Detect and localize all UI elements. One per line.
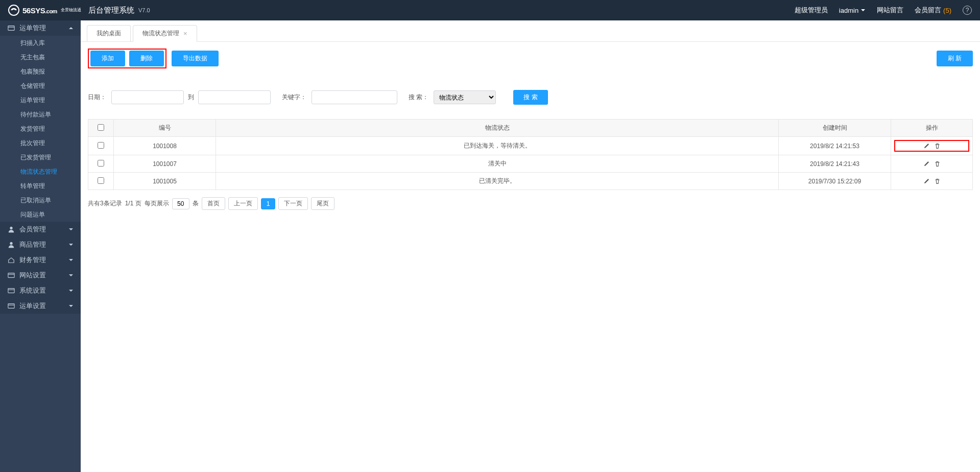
logo-text: 56SYS.com xyxy=(22,6,57,15)
table-row: 1001007清关中2019/8/2 14:21:43 xyxy=(88,155,973,173)
pager-page-1[interactable]: 1 xyxy=(261,198,276,209)
chevron-down-icon xyxy=(68,241,74,249)
table-wrap: 编号物流状态创建时间操作 1001008已到达海关，等待清关。2019/8/2 … xyxy=(88,119,973,190)
svg-point-2 xyxy=(10,227,12,229)
menu-icon xyxy=(7,226,15,233)
row-checkbox[interactable] xyxy=(98,177,104,184)
cell-id: 1001008 xyxy=(114,137,216,155)
keyword-input[interactable] xyxy=(312,90,397,104)
pager-next[interactable]: 下一页 xyxy=(278,197,308,210)
sidebar-item-3[interactable]: 仓储管理 xyxy=(0,79,81,93)
delete-icon[interactable] xyxy=(934,143,941,149)
sidebar-group-5[interactable]: 系统设置 xyxy=(0,283,81,298)
member-message-link[interactable]: 会员留言 (5) xyxy=(915,6,951,15)
menu-icon xyxy=(7,287,15,294)
menu-icon xyxy=(7,25,15,32)
tab-close-icon[interactable]: × xyxy=(183,30,187,37)
filter-bar: 日期： 到 关键字： 搜 索： 物流状态 搜 索 xyxy=(88,90,973,105)
sidebar-item-12[interactable]: 问题运单 xyxy=(0,207,81,222)
sidebar-item-6[interactable]: 发货管理 xyxy=(0,122,81,136)
col-header-2: 物流状态 xyxy=(216,120,779,137)
search-type-label: 搜 索： xyxy=(409,93,428,102)
cell-time: 2019/7/30 15:22:09 xyxy=(779,173,891,190)
menu-icon xyxy=(7,241,15,248)
search-type-select[interactable]: 物流状态 xyxy=(434,90,496,104)
help-icon[interactable]: ? xyxy=(963,6,972,15)
pager-pageinfo: 1/1 页 xyxy=(125,199,141,208)
date-to-input[interactable] xyxy=(198,90,271,104)
refresh-button[interactable]: 刷 新 xyxy=(937,51,973,66)
col-header-1: 编号 xyxy=(114,120,216,137)
cell-id: 1001007 xyxy=(114,155,216,173)
sidebar-item-10[interactable]: 转单管理 xyxy=(0,179,81,193)
sidebar-item-0[interactable]: 扫描入库 xyxy=(0,36,81,50)
keyword-label: 关键字： xyxy=(282,93,306,102)
sidebar-group-4[interactable]: 网站设置 xyxy=(0,268,81,283)
cell-ops xyxy=(891,173,973,190)
sidebar-item-8[interactable]: 已发货管理 xyxy=(0,150,81,164)
site-message-link[interactable]: 网站留言 xyxy=(877,6,903,15)
chevron-down-icon xyxy=(68,272,74,279)
tabs-bar: 我的桌面物流状态管理× xyxy=(81,20,980,42)
highlighted-button-group: 添加 删除 xyxy=(88,49,166,68)
user-dropdown[interactable]: iadmin xyxy=(839,7,866,14)
role-label: 超级管理员 xyxy=(795,6,828,15)
add-button[interactable]: 添加 xyxy=(90,51,125,66)
svg-rect-0 xyxy=(8,26,14,31)
cell-time: 2019/8/2 14:21:43 xyxy=(779,155,891,173)
select-all-checkbox[interactable] xyxy=(98,124,104,131)
sidebar-item-11[interactable]: 已取消运单 xyxy=(0,193,81,207)
chevron-down-icon xyxy=(861,8,866,13)
delete-button[interactable]: 删除 xyxy=(129,51,164,66)
svg-rect-6 xyxy=(8,289,14,293)
sidebar-item-1[interactable]: 无主包裹 xyxy=(0,50,81,64)
header-right: 超级管理员 iadmin 网站留言 会员留言 (5) ? xyxy=(795,6,972,15)
col-header-4: 操作 xyxy=(891,120,973,137)
delete-icon[interactable] xyxy=(934,178,941,184)
svg-point-3 xyxy=(10,242,12,245)
logo-subtitle: 全景物流通 xyxy=(61,8,81,12)
row-checkbox[interactable] xyxy=(98,142,104,149)
sidebar-item-4[interactable]: 运单管理 xyxy=(0,93,81,107)
menu-icon xyxy=(7,272,15,279)
delete-icon[interactable] xyxy=(934,160,941,167)
sidebar-item-5[interactable]: 待付款运单 xyxy=(0,107,81,122)
pager-total: 共有3条记录 xyxy=(88,199,122,208)
member-message-count: (5) xyxy=(943,7,951,14)
pager-unit: 条 xyxy=(193,199,199,208)
tab-1[interactable]: 物流状态管理× xyxy=(133,25,197,42)
system-title: 后台管理系统 xyxy=(88,6,134,15)
row-checkbox[interactable] xyxy=(98,160,104,167)
edit-icon[interactable] xyxy=(923,143,930,149)
data-table: 编号物流状态创建时间操作 1001008已到达海关，等待清关。2019/8/2 … xyxy=(88,119,973,190)
sidebar-group-0[interactable]: 运单管理 xyxy=(0,20,81,36)
edit-icon[interactable] xyxy=(923,178,930,184)
sidebar-item-7[interactable]: 批次管理 xyxy=(0,136,81,150)
export-button[interactable]: 导出数据 xyxy=(172,51,219,66)
date-from-input[interactable] xyxy=(111,90,184,104)
tab-0[interactable]: 我的桌面 xyxy=(87,25,131,41)
system-version: V7.0 xyxy=(138,7,150,13)
col-header-0 xyxy=(88,120,114,137)
pager-first[interactable]: 首页 xyxy=(202,197,225,210)
sidebar-item-2[interactable]: 包裹预报 xyxy=(0,64,81,79)
search-button[interactable]: 搜 索 xyxy=(513,90,547,105)
logo-area: 56SYS.com 全景物流通 xyxy=(8,5,81,16)
col-header-3: 创建时间 xyxy=(779,120,891,137)
pager-perpage-input[interactable] xyxy=(172,198,189,209)
cell-id: 1001005 xyxy=(114,173,216,190)
sidebar-group-6[interactable]: 运单设置 xyxy=(0,298,81,314)
sidebar-item-9[interactable]: 物流状态管理 xyxy=(0,164,81,179)
chevron-down-icon xyxy=(68,226,74,233)
cell-ops xyxy=(891,137,973,155)
sidebar-group-2[interactable]: 商品管理 xyxy=(0,237,81,252)
pager-last[interactable]: 尾页 xyxy=(311,197,334,210)
sidebar-group-1[interactable]: 会员管理 xyxy=(0,222,81,237)
chevron-down-icon xyxy=(68,302,74,310)
sidebar-group-3[interactable]: 财务管理 xyxy=(0,252,81,268)
pager-perpage-label: 每页展示 xyxy=(145,199,169,208)
pager-prev[interactable]: 上一页 xyxy=(228,197,258,210)
toolbar: 添加 删除 导出数据 刷 新 xyxy=(88,49,973,68)
menu-icon xyxy=(7,256,15,264)
edit-icon[interactable] xyxy=(923,160,930,167)
